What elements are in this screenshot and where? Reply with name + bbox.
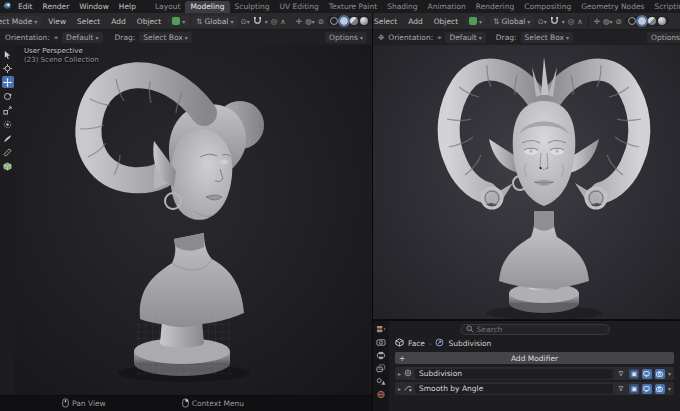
proportional-falloff-icon[interactable]: ∧	[280, 17, 286, 26]
viewlayer-properties-icon[interactable]	[375, 363, 387, 374]
expand-icon[interactable]: ▸	[398, 385, 401, 392]
search-input[interactable]	[477, 325, 604, 334]
rotate-tool-icon[interactable]	[2, 90, 14, 102]
show-in-viewport-icon[interactable]	[642, 384, 652, 394]
drag-select-box-dropdown[interactable]: Select Box▾	[139, 32, 191, 43]
show-in-viewport-icon[interactable]	[642, 369, 652, 379]
transform-tool-icon[interactable]	[2, 118, 14, 130]
measure-tool-icon[interactable]	[2, 146, 14, 158]
shading-solid-icon[interactable]	[638, 17, 646, 25]
modifier-row-subdivision[interactable]: ▸ Subdivision ∇ ▣ ▾	[395, 367, 674, 380]
gizmos-toggle-icon[interactable]: ✛	[594, 17, 600, 26]
properties-search[interactable]	[460, 324, 610, 335]
bust-model-front[interactable]	[429, 51, 659, 320]
breadcrumb-modifier[interactable]: Subdivision	[448, 339, 491, 348]
object-type-visibility[interactable]: ▾	[168, 16, 189, 26]
mode-selector[interactable]: Object Mode▾	[0, 16, 41, 27]
add-modifier-button[interactable]: + Add Modifier	[395, 352, 674, 364]
gizmos-toggle-icon[interactable]: ✛	[296, 17, 302, 26]
proportional-falloff-icon[interactable]: ∧	[577, 17, 583, 26]
top-menubar: Edit Render Window Help Layout Modeling …	[0, 0, 680, 13]
overlays-toggle-icon[interactable]: ◍▾	[603, 17, 613, 26]
menu-add[interactable]: Add	[107, 17, 130, 26]
shading-wireframe-icon[interactable]	[330, 17, 338, 25]
shading-rendered-icon[interactable]	[360, 17, 368, 25]
xray-toggle-icon[interactable]: ⊘	[318, 17, 324, 26]
scale-tool-icon[interactable]	[2, 104, 14, 116]
shading-solid-icon[interactable]	[340, 17, 348, 25]
editor-type-icon[interactable]	[375, 324, 387, 335]
transform-orientation-right[interactable]: ⇅ Global▾	[489, 16, 534, 27]
scene-properties-icon[interactable]	[375, 376, 387, 387]
menu-object[interactable]: Object	[133, 17, 165, 26]
blender-logo-icon[interactable]	[3, 1, 12, 12]
tab-scripting[interactable]: Scripting	[649, 1, 680, 13]
expand-icon[interactable]: ▸	[398, 370, 401, 377]
tab-texture-paint[interactable]: Texture Paint	[324, 1, 382, 13]
tab-uv-editing[interactable]: UV Editing	[275, 1, 324, 13]
viewport-left-canvas[interactable]: User Perspective (23) Scene Collection	[0, 45, 372, 395]
snap-magnet-icon[interactable]	[550, 16, 559, 27]
tab-rendering[interactable]: Rendering	[471, 1, 519, 13]
show-in-editmode-icon[interactable]: ▣	[629, 369, 639, 379]
menu-view[interactable]: View	[44, 17, 70, 26]
viewport-divider[interactable]	[372, 13, 373, 411]
tab-layout[interactable]: Layout	[150, 1, 186, 13]
menu-window[interactable]: Window	[75, 2, 113, 11]
options-dropdown[interactable]: Options▾	[325, 32, 367, 43]
pivot-point-icon[interactable]: ⊙▾	[537, 17, 546, 26]
proportional-edit-icon[interactable]: ◎	[568, 17, 575, 26]
modifier-name-field[interactable]: Smooth by Angle	[415, 384, 613, 394]
tab-sculpting[interactable]: Sculpting	[230, 1, 275, 13]
modifier-extras-icon[interactable]: ▾	[668, 385, 671, 392]
cursor-tool-icon[interactable]	[2, 62, 14, 74]
transform-orientation[interactable]: ⇅ Global▾	[192, 16, 237, 27]
drag-select-box-dropdown[interactable]: Select Box▾	[521, 32, 573, 43]
show-in-render-icon[interactable]	[655, 369, 665, 379]
tab-compositing[interactable]: Compositing	[519, 1, 576, 13]
tab-modeling[interactable]: Modeling	[185, 1, 229, 13]
menu-select[interactable]: Select	[73, 17, 104, 26]
object-data-icon	[395, 338, 404, 349]
select-box-tool-icon[interactable]	[2, 48, 14, 60]
menu-help[interactable]: Help	[115, 2, 140, 11]
options-dropdown[interactable]: Options▾	[647, 32, 680, 43]
tab-geometry-nodes[interactable]: Geometry Nodes	[576, 1, 649, 13]
menu-edit[interactable]: Edit	[14, 2, 37, 11]
add-cube-tool-icon[interactable]	[2, 160, 14, 172]
annotate-tool-icon[interactable]	[2, 132, 14, 144]
shading-wireframe-icon[interactable]	[628, 17, 636, 25]
shading-material-icon[interactable]	[648, 17, 656, 25]
shading-rendered-icon[interactable]	[658, 17, 666, 25]
render-properties-icon[interactable]	[375, 337, 387, 348]
modifier-extras-icon[interactable]: ▾	[668, 370, 671, 377]
object-type-visibility-right[interactable]: ▾	[465, 16, 486, 26]
shading-material-icon[interactable]	[350, 17, 358, 25]
menu-select-right[interactable]: Select	[373, 17, 401, 26]
viewport-right-canvas[interactable]	[373, 45, 680, 319]
output-properties-icon[interactable]	[375, 350, 387, 361]
overlays-toggle-icon[interactable]: ◍▾	[305, 17, 315, 26]
move-tool-icon[interactable]	[2, 76, 14, 88]
bust-model-wireframe[interactable]	[54, 51, 314, 391]
menu-render[interactable]: Render	[39, 2, 74, 11]
tab-animation[interactable]: Animation	[423, 1, 471, 13]
show-in-render-icon[interactable]	[655, 384, 665, 394]
pivot-point-icon[interactable]: ⊙▾	[240, 17, 249, 26]
show-on-cage-icon[interactable]: ∇	[616, 384, 626, 394]
proportional-edit-icon[interactable]: ◎	[271, 17, 278, 26]
orientation-default-dropdown[interactable]: Default▾	[62, 32, 102, 43]
tab-shading[interactable]: Shading	[382, 1, 422, 13]
show-in-editmode-icon[interactable]: ▣	[629, 384, 639, 394]
viewport-right: Select Add Object ▾ ⇅ Global▾ ⊙▾ ▾ ◎ ∧ ✛…	[373, 13, 680, 320]
show-on-cage-icon[interactable]: ∇	[616, 369, 626, 379]
orientation-default-dropdown[interactable]: Default▾	[445, 32, 485, 43]
modifier-row-smooth-by-angle[interactable]: ▸ Smooth by Angle ∇ ▣ ▾	[395, 382, 674, 395]
menu-add-right[interactable]: Add	[404, 17, 427, 26]
menu-object-right[interactable]: Object	[430, 17, 462, 26]
snap-magnet-icon[interactable]	[253, 16, 262, 27]
modifier-name-field[interactable]: Subdivision	[415, 369, 613, 379]
breadcrumb-object[interactable]: Face	[408, 339, 425, 348]
world-properties-icon[interactable]	[375, 389, 387, 400]
xray-toggle-icon[interactable]: ⊘	[616, 17, 622, 26]
